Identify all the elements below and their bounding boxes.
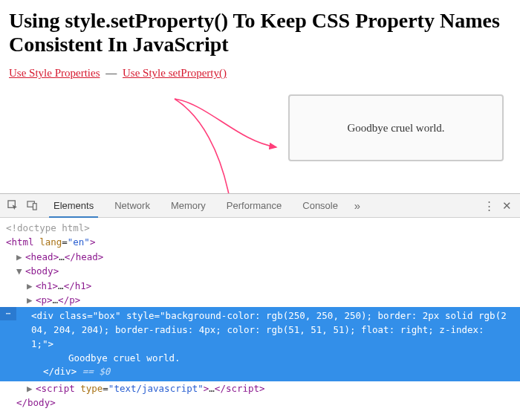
dom-selected-close: </div> == $0 (6, 365, 514, 379)
inspect-element-icon[interactable] (4, 198, 21, 214)
tabs-overflow-icon[interactable]: » (348, 199, 366, 212)
dom-selected-open: <div class="box" style="background-color… (6, 309, 514, 351)
devtools-close-icon[interactable]: ✕ (498, 199, 516, 213)
tab-performance[interactable]: Performance (216, 194, 292, 217)
demo-box-text: Goodbye cruel world. (347, 122, 444, 135)
device-toolbar-icon[interactable] (24, 198, 40, 214)
svg-rect-2 (33, 204, 36, 210)
dom-selected-text: Goodbye cruel world. (6, 352, 514, 366)
dom-head[interactable]: ▶<head>…</head> (6, 250, 520, 264)
use-set-property-link[interactable]: Use Style setProperty() (123, 67, 227, 79)
demo-links: Use Style Properties — Use Style setProp… (9, 67, 511, 80)
dom-selected-node[interactable]: ⋯ <div class="box" style="background-col… (0, 307, 520, 381)
dom-p[interactable]: ▶<p>…</p> (6, 293, 520, 307)
breadcrumb-ellipsis-icon: ⋯ (0, 307, 16, 320)
tab-network[interactable]: Network (104, 194, 160, 217)
page-title: Using style.setProperty() To Keep CSS Pr… (9, 9, 511, 56)
demo-box: Goodbye cruel world. (288, 94, 504, 161)
devtools-tabbar: Elements Network Memory Performance Cons… (0, 194, 520, 218)
tab-memory[interactable]: Memory (160, 194, 216, 217)
devtools-menu-icon[interactable]: ⋮ (480, 199, 498, 213)
use-style-properties-link[interactable]: Use Style Properties (9, 67, 100, 79)
dom-tree[interactable]: <!doctype html> <html lang="en"> ▶<head>… (0, 218, 520, 420)
dom-body-close[interactable]: </body> (6, 395, 520, 410)
dom-body-open[interactable]: ▼<body> (6, 264, 520, 278)
demo-area: Goodbye cruel world. (9, 87, 511, 169)
tab-elements[interactable]: Elements (43, 194, 104, 217)
dom-html-open[interactable]: <html lang="en"> (6, 235, 520, 249)
dom-doctype: <!doctype html> (6, 221, 520, 235)
devtools-panel: Elements Network Memory Performance Cons… (0, 193, 520, 420)
dom-h1[interactable]: ▶<h1>…</h1> (6, 279, 520, 293)
link-separator: — (105, 67, 117, 79)
tab-console[interactable]: Console (292, 194, 348, 217)
dom-script[interactable]: ▶<script type="text/javascript">…</scrip… (6, 381, 520, 395)
